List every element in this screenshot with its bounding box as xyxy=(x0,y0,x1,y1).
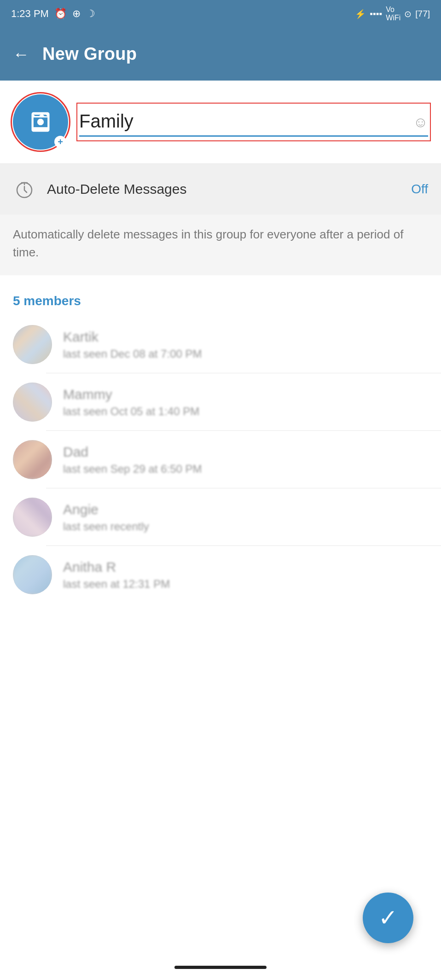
auto-delete-description: Automatically delete messages in this gr… xyxy=(0,215,441,275)
back-button[interactable]: ← xyxy=(13,45,29,64)
avatar xyxy=(13,383,52,422)
list-item: Dad last seen Sep 29 at 6:50 PM xyxy=(0,431,441,488)
member-name: Anitha R xyxy=(63,559,428,575)
check-icon: ✓ xyxy=(378,905,398,931)
timer-icon xyxy=(13,178,36,201)
wifi-icon: ⊙ xyxy=(404,9,412,19)
auto-delete-section: Auto-Delete Messages Off Automatically d… xyxy=(0,164,441,275)
alarm-icon: ⏰ xyxy=(54,8,67,20)
member-info: Kartik last seen Dec 08 at 7:00 PM xyxy=(63,329,428,360)
list-item: Angie last seen recently xyxy=(0,488,441,546)
list-item: Kartik last seen Dec 08 at 7:00 PM xyxy=(0,316,441,373)
members-section: 5 members Kartik last seen Dec 08 at 7:0… xyxy=(0,275,441,603)
member-name: Angie xyxy=(63,502,428,517)
avatar xyxy=(13,440,52,479)
members-count: 5 members xyxy=(0,284,441,316)
member-name: Mammy xyxy=(63,387,428,402)
signal-icon: ▪▪▪▪ xyxy=(370,9,382,19)
status-left: 1:23 PM ⏰ ⊕ ☽ xyxy=(11,8,95,20)
list-item: Anitha R last seen at 12:31 PM xyxy=(0,546,441,603)
member-info: Mammy last seen Oct 05 at 1:40 PM xyxy=(63,387,428,418)
list-item: Mammy last seen Oct 05 at 1:40 PM xyxy=(0,373,441,431)
member-info: Anitha R last seen at 12:31 PM xyxy=(63,559,428,591)
group-name-section: + ☺ xyxy=(0,81,441,164)
svg-point-0 xyxy=(37,119,44,125)
avatar-wrapper: + xyxy=(13,94,68,150)
member-status: last seen at 12:31 PM xyxy=(63,578,428,591)
status-bar: 1:23 PM ⏰ ⊕ ☽ ⚡ ▪▪▪▪ VoWiFi ⊙ [77] xyxy=(0,0,441,28)
group-name-input-wrapper: ☺ xyxy=(79,105,428,139)
vowifi-label: VoWiFi xyxy=(386,6,400,22)
whatsapp-icon: ⊕ xyxy=(72,8,81,20)
member-list: Kartik last seen Dec 08 at 7:00 PM Mammy… xyxy=(0,316,441,603)
emoji-button[interactable]: ☺ xyxy=(413,114,428,131)
avatar xyxy=(13,555,52,594)
page-title: New Group xyxy=(42,44,137,64)
group-name-input[interactable] xyxy=(79,107,428,137)
avatar xyxy=(13,498,52,537)
status-right: ⚡ ▪▪▪▪ VoWiFi ⊙ [77] xyxy=(355,6,430,22)
auto-delete-label: Auto-Delete Messages xyxy=(47,181,400,197)
battery-icon: [77] xyxy=(415,9,430,19)
plus-badge: + xyxy=(54,136,66,148)
member-name: Dad xyxy=(63,444,428,460)
member-info: Angie last seen recently xyxy=(63,502,428,533)
member-status: last seen Sep 29 at 6:50 PM xyxy=(63,463,428,476)
bluetooth-icon: ⚡ xyxy=(355,9,366,19)
member-info: Dad last seen Sep 29 at 6:50 PM xyxy=(63,444,428,476)
app-bar: ← New Group xyxy=(0,28,441,81)
bottom-nav-bar xyxy=(0,955,441,980)
home-indicator xyxy=(174,966,267,969)
member-name: Kartik xyxy=(63,329,428,345)
camera-icon xyxy=(29,110,52,134)
auto-delete-value: Off xyxy=(411,182,428,197)
member-status: last seen recently xyxy=(63,520,428,533)
member-status: last seen Oct 05 at 1:40 PM xyxy=(63,405,428,418)
auto-delete-row[interactable]: Auto-Delete Messages Off xyxy=(0,164,441,215)
status-time: 1:23 PM xyxy=(11,8,49,20)
confirm-fab[interactable]: ✓ xyxy=(363,893,413,943)
avatar xyxy=(13,325,52,364)
moon-icon: ☽ xyxy=(86,8,95,20)
member-status: last seen Dec 08 at 7:00 PM xyxy=(63,348,428,360)
